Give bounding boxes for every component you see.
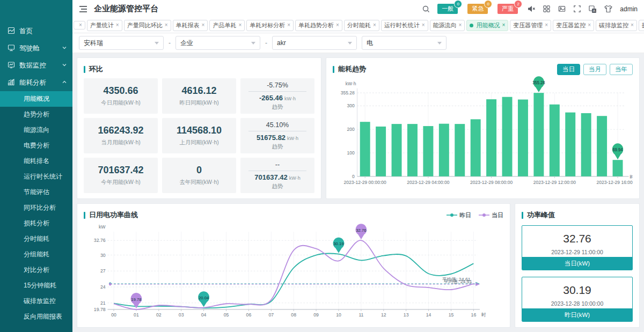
stat-card: 0去年同期(kW·h) [162,158,236,193]
user-name[interactable]: admin [620,5,638,13]
sidebar-subitem-碳排放监控[interactable]: 碳排放监控 [0,293,72,309]
legend-item-当日[interactable]: 当日 [479,211,503,219]
svg-text:时: 时 [481,312,486,318]
tab-运行时长统计[interactable]: 运行时长统计× [381,20,428,31]
period-button-当年[interactable]: 当年 [610,64,633,75]
chevron-down-icon [155,42,159,45]
tab-close-icon[interactable]: × [336,23,339,28]
trend-label: 趋势 [272,143,283,151]
tab-close-icon[interactable]: × [459,23,462,28]
tab-close-icon[interactable]: × [545,23,548,28]
theme-shirt-icon[interactable] [604,5,613,13]
svg-text:14: 14 [426,312,431,318]
tab-close-icon[interactable]: × [588,23,591,28]
sidebar-subitem-运行时长统计[interactable]: 运行时长统计 [0,169,72,185]
screenshot-icon[interactable]: A [588,5,597,13]
tab-变压器管理[interactable]: 变压器管理× [510,20,551,31]
filter-select-3[interactable]: akr [272,36,357,50]
sidebar-item-能耗分析[interactable]: 能耗分析 [0,74,72,91]
sidebar-subitem-用能概况[interactable]: 用能概况 [0,91,72,107]
svg-text:21: 21 [100,300,106,306]
search-icon[interactable] [422,5,430,13]
period-button-当月[interactable]: 当月 [583,64,606,75]
tab-close-icon[interactable]: × [238,23,241,28]
tab-单耗报表[interactable]: 单耗报表× [173,20,208,31]
sidebar-subitem-对比分析[interactable]: 对比分析 [0,262,72,278]
stat-label: 当月用能(kW·h) [101,139,141,146]
tab-label: 抄表数据 [642,21,644,29]
mute-icon[interactable] [527,5,536,13]
trend-percent: 45.10% [266,121,289,129]
alarm-badge-一般[interactable]: 一般0 [437,4,458,14]
tab-用能概况[interactable]: 用能概况× [466,20,508,31]
alarm-badge-紧急[interactable]: 紧急0 [467,4,488,14]
sidebar-subitem-节能评估[interactable]: 节能评估 [0,185,72,200]
trend-value-unit: kW·h [287,136,298,141]
tab-能源流向[interactable]: 能源流向× [430,20,465,31]
tab-label: 用能概况 [476,21,500,29]
tab-close-icon[interactable]: × [79,23,82,28]
svg-text:04: 04 [201,312,207,318]
trend-value-number: -265.46 [259,94,283,102]
tab-close-icon[interactable]: × [165,23,168,28]
power-curve-line-chart[interactable]: 19.782124273032.76kW00010203040506070809… [84,222,503,322]
sidebar-item-驾驶舱[interactable]: 驾驶舱 [0,40,72,57]
period-button-当日[interactable]: 当日 [557,64,580,75]
trend-card: --701637.42kW·h趋势 [240,158,314,193]
tab-产品单耗[interactable]: 产品单耗× [209,20,245,31]
tab-close-icon[interactable]: × [373,23,376,28]
tab-变压器监控[interactable]: 变压器监控× [553,20,594,31]
sidebar-item-数据监控[interactable]: 数据监控 [0,57,72,74]
sidebar-subitem-损耗分析[interactable]: 损耗分析 [0,216,72,231]
tab-clipped[interactable]: × [74,21,85,29]
tab-碳排放监控[interactable]: 碳排放监控× [596,20,637,31]
sidebar-subitem-反向用能报表[interactable]: 反向用能报表 [0,309,72,324]
tab-label: 运行时长统计 [384,21,420,29]
sidebar-subitem-电费分析[interactable]: 电费分析 [0,138,72,153]
tab-产量统计[interactable]: 产量统计× [87,20,122,31]
fullscreen-icon[interactable] [573,5,581,13]
stat-value: 701637.42 [98,165,143,176]
tab-分时能耗[interactable]: 分时能耗× [344,20,379,31]
alarm-badge-严重[interactable]: 严重2 [497,4,518,14]
alarm-badge-count: 2 [514,0,522,8]
sidebar-subitem-15分钟能耗[interactable]: 15分钟能耗 [0,278,72,293]
svg-text:100: 100 [347,150,355,156]
sidebar-subitem-能源流向[interactable]: 能源流向 [0,122,72,138]
tab-close-icon[interactable]: × [631,23,634,28]
tab-close-icon[interactable]: × [202,23,205,28]
filter-select-4[interactable]: 电 [362,36,447,50]
svg-text:00: 00 [111,312,116,318]
tab-close-icon[interactable]: × [422,23,425,28]
tab-close-icon[interactable]: × [287,23,290,28]
legend-item-昨日[interactable]: 昨日 [447,211,471,219]
content-row-top: 环比 4350.66今日用能(kW·h)4616.12昨日同期(kW·h)-5.… [77,57,640,199]
tab-close-icon[interactable]: × [502,23,505,28]
stat-card: 4616.12昨日同期(kW·h) [162,78,236,114]
sidebar-subitem-分组能耗[interactable]: 分组能耗 [0,247,72,262]
sidebar-subitem-分时能耗[interactable]: 分时能耗 [0,231,72,247]
tab-产量同比环比[interactable]: 产量同比环比× [124,20,171,31]
svg-text:355.28: 355.28 [532,80,545,85]
filter-select-2[interactable]: 企业 [175,36,260,50]
main-column: 企业能源管控平台 一般0紧急0严重2 A [72,0,644,332]
tab-抄表数据[interactable]: 抄表数据× [639,20,644,31]
sidebar-subitem-趋势分析[interactable]: 趋势分析 [0,107,72,122]
menu-collapse-icon[interactable] [79,5,87,13]
sidebar-subitem-同环比分析[interactable]: 同环比分析 [0,200,72,216]
grid-apps-icon[interactable] [543,5,551,13]
image-icon[interactable] [558,5,566,13]
app-root: 首页驾驶舱数据监控能耗分析 用能概况趋势分析能源流向电费分析能耗排名运行时长统计… [0,0,644,332]
filter-select-1[interactable]: 安科瑞 [79,36,164,50]
svg-text:32.76: 32.76 [94,238,106,243]
app-title: 企业能源管控平台 [94,4,158,14]
energy-trend-bar-chart[interactable]: 0100200300355.28kW·h2023-12-29 00:00:002… [333,76,633,193]
sidebar-subitem-能耗排名[interactable]: 能耗排名 [0,153,72,169]
stat-label: 今日用能(kW·h) [101,99,141,107]
tab-close-icon[interactable]: × [116,23,119,28]
tab-单耗趋势分析[interactable]: 单耗趋势分析× [295,20,342,31]
sidebar-item-首页[interactable]: 首页 [0,23,72,40]
tab-单耗对标分析[interactable]: 单耗对标分析× [246,20,294,31]
panel-power-peak: 功率峰值 32.762023-12-29 11:00:00当日(kW)30.19… [515,203,640,328]
filter-bar: 安科瑞-企业-akr电 [72,33,644,53]
